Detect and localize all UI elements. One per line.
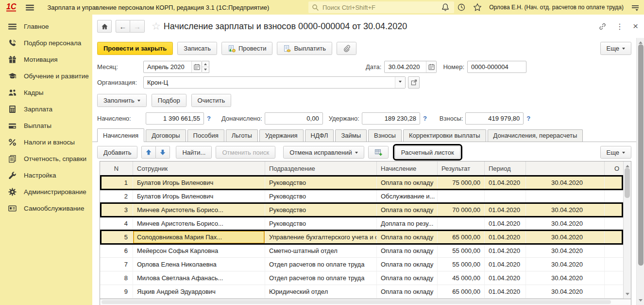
cell-employee[interactable]: Милова Светлана Афанась... (133, 271, 265, 285)
cell-employee[interactable]: Минчев Аристотель Борисо... (133, 217, 265, 230)
date-input[interactable] (384, 61, 437, 73)
sidebar-item-taxes[interactable]: Налоги и взносы (0, 134, 92, 150)
sidebar-item-recruiting[interactable]: Подбор персонала (0, 35, 92, 51)
sidebar-item-administration[interactable]: Администрирование (0, 183, 92, 200)
cell-result[interactable]: 55 000,00 (438, 244, 485, 257)
calendar-icon[interactable] (191, 61, 202, 72)
column-header-3[interactable]: Начисление (377, 161, 438, 176)
cell-department[interactable]: Отдел расчетов по оплате труда (265, 258, 377, 271)
cell-n[interactable]: 4 (100, 217, 133, 230)
favorites-star-icon[interactable] (473, 3, 482, 12)
cell-result[interactable]: 65 000,00 (438, 285, 485, 298)
cell-o[interactable] (605, 203, 623, 216)
cell-employee[interactable]: Яцкив Андрей Эдуардович (133, 285, 265, 298)
favorite-star-icon[interactable]: ☆ (152, 20, 161, 32)
sidebar-item-motivation[interactable]: Мотивация (0, 51, 92, 68)
column-header-7[interactable]: О (605, 161, 623, 176)
month-value[interactable] (144, 61, 191, 72)
hint-link[interactable]: ? (526, 115, 530, 122)
cell-o[interactable] (605, 244, 623, 257)
total-value[interactable] (146, 112, 204, 125)
tab-7[interactable]: Займы (335, 129, 367, 142)
tab-1[interactable]: Начисления (97, 128, 144, 142)
tab-2[interactable]: Договоры (146, 129, 186, 142)
table-row-4[interactable]: 4Минчев Аристотель Борисо...РуководствоД… (100, 217, 623, 231)
cell-period_start[interactable] (485, 190, 526, 203)
cell-employee[interactable]: Мейерсон Софья Карловна (133, 244, 265, 257)
cell-o[interactable] (605, 271, 623, 285)
cell-accrual[interactable]: Обслуживание и... (377, 190, 438, 203)
cell-department[interactable]: Руководство (265, 203, 377, 216)
cell-accrual[interactable]: Оплата по окладу (377, 203, 438, 216)
cell-o[interactable] (605, 258, 623, 271)
open-organization-button[interactable] (408, 76, 420, 89)
cell-o[interactable] (605, 285, 623, 298)
cell-employee[interactable]: Минчев Аристотель Борисо... (133, 203, 265, 216)
cell-result[interactable] (438, 190, 485, 203)
total-value[interactable] (465, 112, 524, 125)
back-button[interactable]: ← (116, 20, 130, 33)
organization-input[interactable] (143, 76, 406, 89)
page-scrollbar[interactable] (636, 38, 644, 305)
cell-result[interactable]: 75 000,00 (438, 176, 485, 189)
scrollbar-thumb[interactable] (625, 168, 630, 198)
save-button[interactable]: Записать (177, 42, 217, 55)
cell-period_start[interactable]: 01.04.2020 (485, 258, 526, 271)
cell-department[interactable]: Руководство (265, 217, 377, 230)
calendar-icon[interactable] (426, 61, 436, 72)
cell-period_end[interactable] (526, 190, 605, 203)
post-button[interactable]: Провести (221, 42, 273, 55)
table-row-7[interactable]: 7Орлова Елена НиколаевнаОтдел расчетов п… (100, 258, 623, 271)
cell-n[interactable]: 5 (100, 231, 133, 244)
cell-result[interactable]: 65 000,00 (438, 231, 485, 244)
cell-accrual[interactable]: Оплата по окладу (377, 258, 438, 271)
column-header-0[interactable]: N (100, 161, 133, 176)
tab-8[interactable]: Взносы (368, 129, 402, 142)
cell-period_start[interactable]: 01.04.2020 (485, 244, 526, 257)
column-header-1[interactable]: Сотрудник (133, 161, 265, 176)
number-input[interactable] (467, 61, 526, 73)
scroll-up-icon[interactable] (626, 163, 629, 167)
move-up-button[interactable] (141, 146, 156, 159)
table-horizontal-scrollbar[interactable] (100, 299, 631, 305)
cell-accrual[interactable]: Оплата по окладу (377, 231, 438, 244)
cell-period_end[interactable]: 30.04.2020 (526, 217, 605, 230)
cell-period_start[interactable]: 01.04.2020 (485, 217, 526, 230)
cell-period_end[interactable]: 30.04.2020 (526, 285, 605, 298)
total-value-input[interactable] (362, 113, 420, 124)
tab-10[interactable]: Доначисления, перерасчеты (488, 129, 583, 142)
clear-button[interactable]: Очистить (191, 94, 232, 107)
table-row-1[interactable]: 1Булатов Игорь ВиленовичРуководствоОплат… (100, 176, 623, 190)
cell-period_end[interactable]: 30.04.2020 (526, 258, 605, 271)
cell-period_end[interactable]: 30.04.2020 (526, 244, 605, 257)
cell-period_end[interactable]: 30.04.2020 (526, 176, 605, 189)
cell-employee[interactable]: Орлова Елена Николаевна (133, 258, 265, 271)
cell-department[interactable]: Руководство (265, 176, 377, 189)
scrollbar-thumb[interactable] (102, 300, 611, 304)
cell-result[interactable]: 45 000,00 (438, 271, 485, 285)
cell-result[interactable] (438, 217, 485, 230)
table-row-3[interactable]: 3Минчев Аристотель Борисо...РуководствоО… (100, 203, 623, 217)
history-clock-icon[interactable] (457, 3, 466, 12)
sidebar-item-main[interactable]: Главное (0, 18, 92, 35)
sidebar-item-settings[interactable]: Настройка (0, 167, 92, 183)
sidebar-item-payments[interactable]: Выплаты (0, 117, 92, 134)
cell-period_end[interactable]: 30.04.2020 (526, 231, 605, 244)
scroll-up-icon[interactable] (639, 39, 643, 44)
cell-employee[interactable]: Солодовникова Мария Пах... (133, 231, 265, 244)
sidebar-item-reporting[interactable]: Отчетность, справки (0, 150, 92, 167)
cell-n[interactable]: 2 (100, 190, 133, 203)
hamburger-menu-icon[interactable] (26, 3, 34, 12)
form-more-button[interactable]: Еще (600, 42, 631, 55)
scroll-down-icon[interactable] (626, 293, 629, 297)
column-header-6[interactable] (526, 161, 605, 176)
find-button[interactable]: Найти... (176, 146, 212, 159)
table-row-6[interactable]: 6Мейерсон Софья КарловнаСметно-штатный о… (100, 244, 623, 258)
cell-period_start[interactable]: 01.04.2020 (485, 271, 526, 285)
forward-button[interactable]: → (130, 20, 145, 33)
cell-n[interactable]: 1 (100, 176, 133, 189)
sidebar-item-training[interactable]: Обучение и развитие (0, 68, 92, 84)
cell-n[interactable]: 6 (100, 244, 133, 257)
cell-o[interactable] (605, 190, 623, 203)
home-button[interactable] (97, 20, 112, 33)
